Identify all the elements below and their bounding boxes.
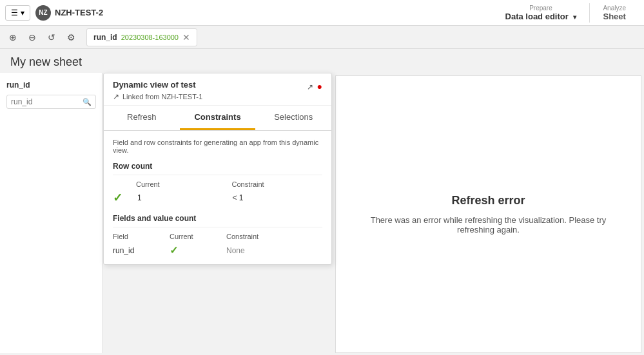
search-icon <box>83 97 92 106</box>
left-sidebar: run_id <box>0 73 103 353</box>
field-col-header: Field <box>113 233 164 240</box>
field-constraint: None <box>226 246 322 255</box>
hamburger-menu[interactable] <box>5 5 30 21</box>
zoom-in-icon <box>9 32 17 43</box>
settings-icon <box>67 32 75 43</box>
nav-prepare-top-label: Prepare <box>529 5 552 12</box>
settings-button[interactable] <box>63 30 79 45</box>
external-link-icon <box>307 81 313 91</box>
zoom-out-button[interactable] <box>24 30 40 45</box>
chevron-down-icon <box>21 8 24 17</box>
hamburger-icon <box>11 8 18 17</box>
top-bar-right: Prepare Data load editor ▾ Analyze Sheet <box>493 3 639 23</box>
check-icon: ✓ <box>170 245 178 256</box>
field-name: run_id <box>113 246 164 255</box>
sidebar-field-label: run_id <box>6 81 96 90</box>
constraint-col-header: Constraint <box>226 233 322 240</box>
panel-tabs: Refresh Constraints Selections <box>104 106 331 131</box>
error-circle-icon <box>317 81 322 91</box>
reset-icon <box>48 32 55 43</box>
row-count-current: 1 <box>137 193 228 202</box>
nav-prepare[interactable]: Prepare Data load editor ▾ <box>493 5 590 21</box>
refresh-error-title: Refresh error <box>451 194 525 207</box>
fields-section: Fields and value count Field Current Con… <box>113 214 322 256</box>
search-input[interactable] <box>11 97 83 106</box>
tab-date: 20230308-163000 <box>121 34 179 41</box>
field-current: ✓ <box>170 244 221 256</box>
viz-area: Refresh error There was an error while r… <box>335 75 641 353</box>
fields-section-label: Fields and value count <box>113 214 322 227</box>
panel-link[interactable]: Linked from NZH-TEST-1 <box>113 92 322 101</box>
nav-prepare-main-label: Data load editor ▾ <box>505 12 577 21</box>
row-count-table: Current Constraint ✓ 1 < 1 <box>113 180 322 205</box>
dynamic-panel: Dynamic view of test Linked from NZH-TES… <box>103 73 332 265</box>
sheet-title: My new sheet <box>0 49 644 73</box>
zoom-in-button[interactable] <box>5 30 21 45</box>
row-count-constraint: < 1 <box>233 193 323 202</box>
row-count-label: Row count <box>113 162 322 175</box>
current-col-header: Current <box>170 233 221 240</box>
sidebar-search[interactable] <box>6 95 96 109</box>
tab-bar: run_id 20230308-163000 <box>0 26 644 49</box>
chevron-down-icon: ▾ <box>573 14 576 21</box>
row-count-row: ✓ 1 < 1 <box>113 191 322 205</box>
top-bar: NZ NZH-TEST-2 Prepare Data load editor ▾… <box>0 0 644 26</box>
check-icon: ✓ <box>113 191 132 205</box>
fields-header: Field Current Constraint <box>113 233 322 240</box>
panel-header: Dynamic view of test Linked from NZH-TES… <box>104 73 331 106</box>
app-avatar: NZ <box>35 5 51 21</box>
tab-selections[interactable]: Selections <box>255 106 331 130</box>
active-tab[interactable]: run_id 20230308-163000 <box>86 28 197 46</box>
zoom-out-icon <box>28 32 36 43</box>
nav-analyze-main-label: Sheet <box>603 12 626 21</box>
close-icon <box>182 32 190 43</box>
col-current-header: Current <box>136 180 227 188</box>
refresh-error-text: There was an error while refreshing the … <box>353 215 624 235</box>
main-content: run_id Dynamic view of test Linked <box>0 73 644 353</box>
panel-link-text: Linked from NZH-TEST-1 <box>122 93 202 101</box>
col-constraint-header: Constraint <box>232 180 323 188</box>
app-name: NZH-TEST-2 <box>55 8 103 17</box>
panel-area: Dynamic view of test Linked from NZH-TES… <box>103 73 644 353</box>
table-row: run_id ✓ None <box>113 244 322 256</box>
tab-constraints[interactable]: Constraints <box>180 106 256 130</box>
tab-id: run_id <box>93 33 117 42</box>
link-external-icon <box>113 92 119 101</box>
tab-refresh[interactable]: Refresh <box>104 106 180 130</box>
nav-analyze[interactable]: Analyze Sheet <box>590 5 639 21</box>
panel-description: Field and row constraints for generating… <box>113 139 322 154</box>
tab-icons <box>5 30 79 45</box>
row-count-col-headers: Current Constraint <box>113 180 322 188</box>
reset-button[interactable] <box>44 30 59 45</box>
panel-body: Field and row constraints for generating… <box>104 131 331 264</box>
tab-close-button[interactable] <box>182 33 190 42</box>
panel-title: Dynamic view of test <box>113 80 196 90</box>
nav-analyze-top-label: Analyze <box>603 5 626 12</box>
